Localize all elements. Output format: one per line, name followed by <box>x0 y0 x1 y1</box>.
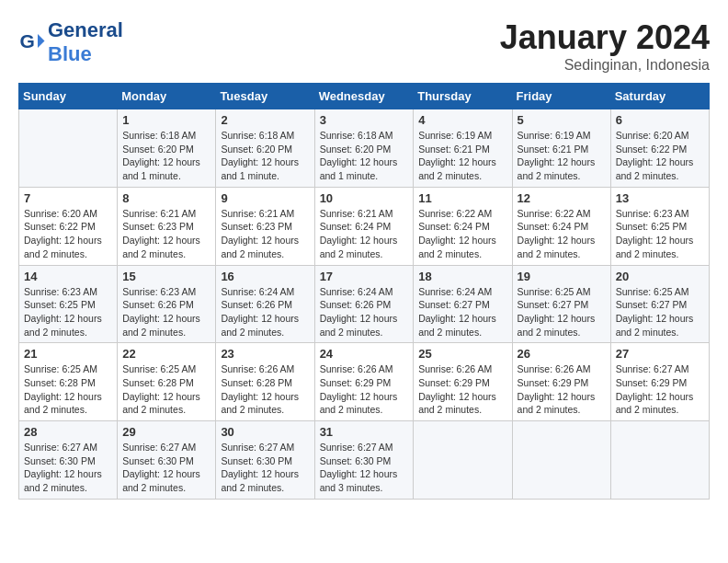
day-number: 26 <box>518 347 606 361</box>
calendar-header-sunday: Sunday <box>19 84 118 109</box>
cell-content: Sunrise: 6:25 AM Sunset: 6:28 PM Dayligh… <box>24 362 112 417</box>
calendar-body: 1Sunrise: 6:18 AM Sunset: 6:20 PM Daylig… <box>19 109 710 500</box>
cell-content: Sunrise: 6:27 AM Sunset: 6:29 PM Dayligh… <box>616 362 704 417</box>
calendar-header-friday: Friday <box>512 84 610 109</box>
calendar-cell <box>512 421 610 500</box>
day-number: 6 <box>616 113 704 127</box>
day-number: 2 <box>221 113 309 127</box>
cell-content: Sunrise: 6:27 AM Sunset: 6:30 PM Dayligh… <box>221 441 309 495</box>
cell-content: Sunrise: 6:27 AM Sunset: 6:30 PM Dayligh… <box>122 441 210 495</box>
day-number: 28 <box>24 425 112 439</box>
calendar-cell: 18Sunrise: 6:24 AM Sunset: 6:27 PM Dayli… <box>414 265 512 343</box>
calendar-header-thursday: Thursday <box>414 84 512 109</box>
day-number: 9 <box>221 191 309 205</box>
day-number: 23 <box>221 347 309 361</box>
cell-content: Sunrise: 6:25 AM Sunset: 6:27 PM Dayligh… <box>518 285 606 339</box>
day-number: 1 <box>122 113 210 127</box>
calendar-cell: 28Sunrise: 6:27 AM Sunset: 6:30 PM Dayli… <box>19 421 118 500</box>
cell-content: Sunrise: 6:22 AM Sunset: 6:24 PM Dayligh… <box>418 207 506 261</box>
logo: G General Blue <box>18 18 123 66</box>
day-number: 10 <box>320 191 409 205</box>
cell-content: Sunrise: 6:26 AM Sunset: 6:29 PM Dayligh… <box>518 362 606 417</box>
month-title: January 2024 <box>500 18 710 57</box>
logo-general-text: General <box>48 18 123 41</box>
location-title: Sedinginan, Indonesia <box>500 57 710 74</box>
day-number: 30 <box>221 425 309 439</box>
day-number: 3 <box>320 113 409 127</box>
calendar-cell: 25Sunrise: 6:26 AM Sunset: 6:29 PM Dayli… <box>414 343 512 421</box>
cell-content: Sunrise: 6:19 AM Sunset: 6:21 PM Dayligh… <box>518 129 606 183</box>
cell-content: Sunrise: 6:21 AM Sunset: 6:24 PM Dayligh… <box>320 207 409 261</box>
cell-content: Sunrise: 6:23 AM Sunset: 6:26 PM Dayligh… <box>122 285 210 339</box>
calendar-cell <box>414 421 512 500</box>
day-number: 31 <box>320 425 409 439</box>
calendar-cell: 3Sunrise: 6:18 AM Sunset: 6:20 PM Daylig… <box>314 109 414 188</box>
calendar-cell: 23Sunrise: 6:26 AM Sunset: 6:28 PM Dayli… <box>216 343 314 421</box>
calendar-cell: 9Sunrise: 6:21 AM Sunset: 6:23 PM Daylig… <box>216 187 314 265</box>
calendar-week-row: 1Sunrise: 6:18 AM Sunset: 6:20 PM Daylig… <box>19 109 710 188</box>
cell-content: Sunrise: 6:25 AM Sunset: 6:28 PM Dayligh… <box>122 362 210 417</box>
day-number: 5 <box>518 113 606 127</box>
svg-text:G: G <box>20 30 35 52</box>
calendar-cell: 16Sunrise: 6:24 AM Sunset: 6:26 PM Dayli… <box>216 265 314 343</box>
calendar-cell: 29Sunrise: 6:27 AM Sunset: 6:30 PM Dayli… <box>118 421 216 500</box>
day-number: 7 <box>24 191 112 205</box>
calendar-cell: 15Sunrise: 6:23 AM Sunset: 6:26 PM Dayli… <box>118 265 216 343</box>
cell-content: Sunrise: 6:24 AM Sunset: 6:27 PM Dayligh… <box>418 285 506 339</box>
day-number: 27 <box>616 347 704 361</box>
day-number: 18 <box>418 270 506 283</box>
calendar-cell: 1Sunrise: 6:18 AM Sunset: 6:20 PM Daylig… <box>118 109 216 188</box>
calendar-cell: 17Sunrise: 6:24 AM Sunset: 6:26 PM Dayli… <box>314 265 414 343</box>
calendar-cell: 2Sunrise: 6:18 AM Sunset: 6:20 PM Daylig… <box>216 109 314 188</box>
day-number: 11 <box>418 191 506 205</box>
cell-content: Sunrise: 6:26 AM Sunset: 6:29 PM Dayligh… <box>418 362 506 417</box>
cell-content: Sunrise: 6:25 AM Sunset: 6:27 PM Dayligh… <box>616 285 704 339</box>
cell-content: Sunrise: 6:22 AM Sunset: 6:24 PM Dayligh… <box>518 207 606 261</box>
cell-content: Sunrise: 6:27 AM Sunset: 6:30 PM Dayligh… <box>24 441 112 495</box>
calendar-header-wednesday: Wednesday <box>314 84 414 109</box>
calendar-header-monday: Monday <box>118 84 216 109</box>
header: G General Blue January 2024 Sedinginan, … <box>18 18 710 74</box>
cell-content: Sunrise: 6:26 AM Sunset: 6:29 PM Dayligh… <box>320 362 409 417</box>
day-number: 4 <box>418 113 506 127</box>
logo-blue-text: Blue <box>48 42 92 65</box>
cell-content: Sunrise: 6:18 AM Sunset: 6:20 PM Dayligh… <box>320 129 409 183</box>
calendar-cell: 30Sunrise: 6:27 AM Sunset: 6:30 PM Dayli… <box>216 421 314 500</box>
logo-icon: G <box>18 29 46 56</box>
calendar-cell <box>610 421 709 500</box>
calendar-cell: 12Sunrise: 6:22 AM Sunset: 6:24 PM Dayli… <box>512 187 610 265</box>
calendar-week-row: 28Sunrise: 6:27 AM Sunset: 6:30 PM Dayli… <box>19 421 710 500</box>
day-number: 22 <box>122 347 210 361</box>
calendar-cell <box>19 109 118 188</box>
calendar-cell: 19Sunrise: 6:25 AM Sunset: 6:27 PM Dayli… <box>512 265 610 343</box>
calendar-cell: 14Sunrise: 6:23 AM Sunset: 6:25 PM Dayli… <box>19 265 118 343</box>
cell-content: Sunrise: 6:24 AM Sunset: 6:26 PM Dayligh… <box>320 285 409 339</box>
cell-content: Sunrise: 6:20 AM Sunset: 6:22 PM Dayligh… <box>24 207 112 261</box>
calendar-week-row: 14Sunrise: 6:23 AM Sunset: 6:25 PM Dayli… <box>19 265 710 343</box>
day-number: 17 <box>320 270 409 283</box>
cell-content: Sunrise: 6:24 AM Sunset: 6:26 PM Dayligh… <box>221 285 309 339</box>
calendar-week-row: 7Sunrise: 6:20 AM Sunset: 6:22 PM Daylig… <box>19 187 710 265</box>
calendar-cell: 10Sunrise: 6:21 AM Sunset: 6:24 PM Dayli… <box>314 187 414 265</box>
calendar-cell: 24Sunrise: 6:26 AM Sunset: 6:29 PM Dayli… <box>314 343 414 421</box>
calendar-header-tuesday: Tuesday <box>216 84 314 109</box>
day-number: 15 <box>122 270 210 283</box>
calendar-week-row: 21Sunrise: 6:25 AM Sunset: 6:28 PM Dayli… <box>19 343 710 421</box>
calendar-cell: 4Sunrise: 6:19 AM Sunset: 6:21 PM Daylig… <box>414 109 512 188</box>
cell-content: Sunrise: 6:21 AM Sunset: 6:23 PM Dayligh… <box>221 207 309 261</box>
cell-content: Sunrise: 6:20 AM Sunset: 6:22 PM Dayligh… <box>616 129 704 183</box>
cell-content: Sunrise: 6:21 AM Sunset: 6:23 PM Dayligh… <box>122 207 210 261</box>
calendar-header-saturday: Saturday <box>610 84 709 109</box>
cell-content: Sunrise: 6:27 AM Sunset: 6:30 PM Dayligh… <box>320 441 409 495</box>
day-number: 24 <box>320 347 409 361</box>
calendar-cell: 11Sunrise: 6:22 AM Sunset: 6:24 PM Dayli… <box>414 187 512 265</box>
calendar-cell: 27Sunrise: 6:27 AM Sunset: 6:29 PM Dayli… <box>610 343 709 421</box>
day-number: 20 <box>616 270 704 283</box>
day-number: 19 <box>518 270 606 283</box>
cell-content: Sunrise: 6:23 AM Sunset: 6:25 PM Dayligh… <box>616 207 704 261</box>
day-number: 25 <box>418 347 506 361</box>
day-number: 29 <box>122 425 210 439</box>
calendar-cell: 7Sunrise: 6:20 AM Sunset: 6:22 PM Daylig… <box>19 187 118 265</box>
day-number: 16 <box>221 270 309 283</box>
calendar-header-row: SundayMondayTuesdayWednesdayThursdayFrid… <box>19 84 710 109</box>
